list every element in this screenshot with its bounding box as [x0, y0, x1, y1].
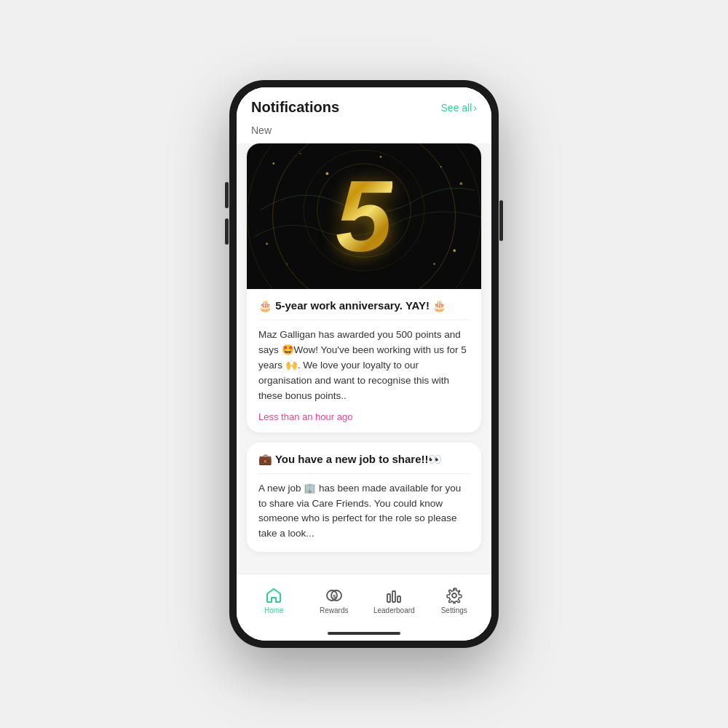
notifications-header: Notifications See all ›	[237, 87, 491, 122]
nav-item-rewards[interactable]: $ Rewards	[304, 587, 365, 614]
anniversary-body-text: Maz Galligan has awarded you 500 points …	[258, 328, 470, 404]
rewards-icon: $	[325, 587, 343, 604]
svg-rect-17	[397, 596, 400, 602]
job-body-text: A new job 🏢 has been made available for …	[258, 481, 470, 542]
svg-text:$: $	[333, 593, 336, 600]
svg-point-8	[453, 249, 456, 252]
home-indicator	[328, 632, 400, 635]
job-card-body: 💼 You have a new job to share!!👀 A new j…	[247, 443, 481, 553]
volume-up-button	[225, 182, 229, 208]
anniversary-title: 🎂 5-year work anniversary. YAY! 🎂	[258, 299, 470, 312]
svg-point-5	[460, 182, 463, 185]
new-section-label: New	[237, 122, 491, 143]
leaderboard-icon	[385, 587, 403, 604]
page-title: Notifications	[251, 99, 339, 116]
notifications-list[interactable]: 5 🎂 5-year work anniversary. YAY! 🎂 Maz …	[237, 143, 491, 574]
power-button	[499, 200, 503, 241]
svg-point-2	[326, 173, 329, 175]
svg-point-3	[380, 156, 382, 158]
svg-rect-15	[387, 594, 390, 602]
settings-icon	[446, 587, 463, 604]
svg-rect-16	[392, 591, 395, 602]
nav-item-leaderboard[interactable]: Leaderboard	[364, 587, 424, 614]
leaderboard-nav-label: Leaderboard	[373, 606, 415, 614]
anniversary-notification-card[interactable]: 5 🎂 5-year work anniversary. YAY! 🎂 Maz …	[247, 143, 481, 432]
job-notification-card[interactable]: 💼 You have a new job to share!!👀 A new j…	[247, 443, 481, 553]
job-divider	[258, 473, 470, 474]
svg-point-7	[286, 264, 288, 265]
svg-point-18	[452, 593, 456, 598]
svg-point-0	[272, 162, 274, 165]
home-icon	[265, 587, 282, 604]
home-nav-label: Home	[264, 606, 284, 614]
nav-item-settings[interactable]: Settings	[424, 587, 485, 614]
job-title: 💼 You have a new job to share!!👀	[258, 453, 470, 466]
phone-frame: Notifications See all › New	[229, 80, 499, 648]
card-divider	[258, 320, 470, 320]
see-all-label: See all	[441, 102, 472, 114]
settings-nav-label: Settings	[441, 606, 467, 614]
anniversary-banner: 5	[247, 143, 481, 289]
svg-point-1	[300, 153, 301, 154]
volume-down-button	[225, 218, 229, 245]
screen-content: Notifications See all › New	[237, 87, 491, 641]
anniversary-timestamp: Less than an hour ago	[258, 411, 470, 422]
rewards-nav-label: Rewards	[320, 606, 348, 614]
home-indicator-bar	[237, 626, 491, 641]
see-all-link[interactable]: See all ›	[441, 102, 477, 114]
bottom-navigation: Home $ Rewards	[237, 574, 491, 626]
svg-point-6	[266, 243, 268, 245]
svg-point-9	[433, 263, 435, 265]
phone-screen: Notifications See all › New	[237, 87, 491, 641]
anniversary-card-body: 🎂 5-year work anniversary. YAY! 🎂 Maz Ga…	[247, 289, 481, 432]
svg-point-4	[440, 166, 442, 167]
nav-item-home[interactable]: Home	[244, 587, 304, 614]
anniversary-number: 5	[336, 165, 392, 267]
chevron-right-icon: ›	[473, 102, 477, 114]
